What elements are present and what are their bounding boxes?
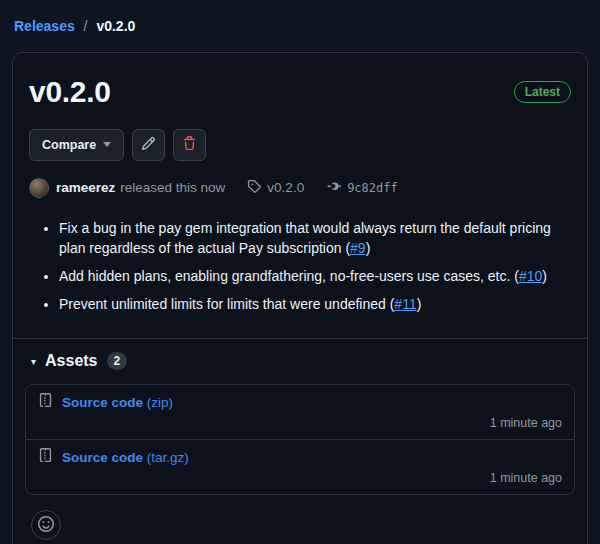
release-note-item: Fix a bug in the pay gem integration tha…: [59, 218, 571, 259]
asset-row-targz: Source code (tar.gz) 1 minute ago: [26, 439, 574, 494]
note-suffix: ): [366, 240, 371, 256]
note-text: Fix a bug in the pay gem integration tha…: [59, 220, 551, 257]
asset-link-row: Source code (zip): [38, 393, 562, 411]
assets-count-badge: 2: [107, 352, 128, 370]
add-reaction-button[interactable]: [31, 510, 61, 540]
release-title: v0.2.0: [29, 75, 111, 109]
asset-name: Source code: [62, 395, 143, 410]
released-text: released this now: [120, 180, 225, 195]
edit-release-button[interactable]: [132, 129, 165, 161]
asset-name: Source code: [62, 450, 143, 465]
note-text: Prevent unlimited limits for limits that…: [59, 296, 394, 312]
breadcrumb-separator: /: [84, 18, 88, 34]
tag-meta: v0.2.0: [247, 179, 304, 196]
release-meta: rameerez released this now v0.2.0 9c82df…: [29, 178, 571, 198]
delete-release-button[interactable]: [173, 129, 206, 161]
file-zip-icon: [38, 448, 53, 466]
issue-link-11[interactable]: #11: [394, 296, 416, 312]
file-zip-icon: [38, 393, 53, 411]
tag-name: v0.2.0: [267, 180, 304, 195]
trash-icon: [182, 136, 197, 154]
release-notes: Fix a bug in the pay gem integration tha…: [29, 218, 571, 315]
smiley-icon: [38, 516, 54, 535]
asset-download-link[interactable]: Source code (tar.gz): [62, 450, 189, 465]
release-note-item: Add hidden plans, enabling grandfatherin…: [59, 266, 571, 287]
breadcrumb-releases-link[interactable]: Releases: [14, 18, 75, 34]
release-card: v0.2.0 Latest Compare rameerez relea: [12, 52, 588, 544]
breadcrumb: Releases / v0.2.0: [14, 18, 588, 34]
tag-icon: [247, 179, 261, 196]
release-note-item: Prevent unlimited limits for limits that…: [59, 294, 571, 315]
git-commit-icon: [326, 179, 341, 197]
asset-timestamp: 1 minute ago: [38, 471, 562, 485]
avatar[interactable]: [29, 178, 49, 198]
assets-list: Source code (zip) 1 minute ago Source co…: [25, 384, 575, 495]
pencil-icon: [141, 136, 156, 154]
release-page: Releases / v0.2.0 v0.2.0 Latest Compare: [0, 0, 600, 544]
assets-title: Assets: [45, 352, 97, 370]
issue-link-9[interactable]: #9: [350, 240, 366, 256]
note-suffix: ): [542, 268, 547, 284]
commit-hash[interactable]: 9c82dff: [347, 181, 398, 195]
release-header: v0.2.0 Latest: [29, 75, 571, 109]
note-suffix: ): [417, 296, 422, 312]
asset-row-zip: Source code (zip) 1 minute ago: [26, 385, 574, 439]
asset-download-link[interactable]: Source code (zip): [62, 395, 173, 410]
note-text: Add hidden plans, enabling grandfatherin…: [59, 268, 519, 284]
caret-down-icon: ▾: [31, 356, 36, 367]
compare-button-label: Compare: [42, 139, 96, 152]
compare-button[interactable]: Compare: [29, 129, 124, 161]
author-link[interactable]: rameerez: [56, 180, 115, 195]
asset-link-row: Source code (tar.gz): [38, 448, 562, 466]
asset-ext: (zip): [147, 395, 173, 410]
asset-ext: (tar.gz): [147, 450, 189, 465]
assets-section: ▾ Assets 2 Source code (zip) 1 minute ag…: [13, 338, 587, 544]
asset-timestamp: 1 minute ago: [38, 416, 562, 430]
breadcrumb-current: v0.2.0: [96, 18, 135, 34]
chevron-down-icon: [103, 142, 111, 147]
commit-meta: 9c82dff: [326, 179, 398, 197]
latest-badge: Latest: [514, 81, 571, 103]
issue-link-10[interactable]: #10: [519, 268, 542, 284]
assets-toggle[interactable]: ▾ Assets 2: [25, 352, 575, 370]
release-actions: Compare: [29, 129, 571, 161]
